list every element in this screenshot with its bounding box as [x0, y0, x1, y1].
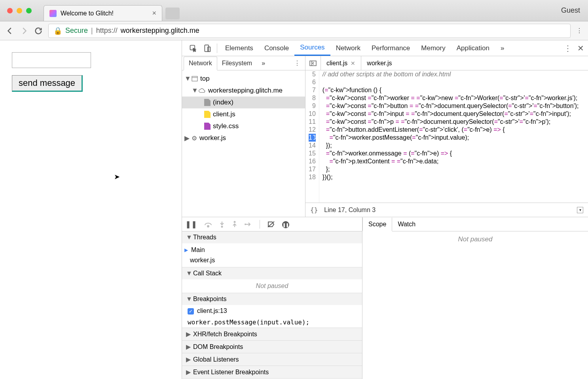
gear-icon: ⚙: [192, 135, 197, 142]
nav-tab-filesystem[interactable]: Filesystem: [217, 56, 257, 70]
file-tab-worker[interactable]: worker.js: [361, 56, 397, 70]
tree-file-index[interactable]: (index): [182, 97, 305, 108]
favicon-icon: [49, 10, 57, 17]
watch-tab[interactable]: Watch: [392, 217, 421, 231]
step-out-icon[interactable]: [232, 221, 237, 228]
svg-point-9: [234, 221, 236, 223]
dom-breakpoints-header[interactable]: ▶DOM Breakpoints: [182, 341, 362, 353]
breakpoint-code: worker.postMessage(input.value);: [182, 317, 362, 328]
tree-worker[interactable]: ▶⚙worker.js: [182, 132, 305, 144]
event-listener-breakpoints-header[interactable]: ▶Event Listener Breakpoints: [182, 366, 362, 378]
address-bar[interactable]: 🔒 Secure | https://workerstepping.glitch…: [48, 24, 571, 38]
send-message-button[interactable]: send message: [12, 75, 83, 92]
device-toggle-icon[interactable]: [200, 44, 214, 52]
nav-tab-more-icon[interactable]: »: [257, 56, 270, 70]
callstack-not-paused: Not paused: [182, 279, 362, 293]
sources-navigator: Network Filesystem » ⋮ ▼top ▼workerstepp…: [182, 56, 305, 217]
close-window-icon[interactable]: [7, 8, 13, 13]
close-tab-icon[interactable]: ×: [152, 9, 156, 17]
svg-point-8: [221, 226, 223, 227]
devtools-close-icon[interactable]: ✕: [577, 44, 584, 53]
tab-sources[interactable]: Sources: [294, 40, 330, 56]
editor-status: {} Line 17, Column 3 ▾: [305, 203, 588, 217]
tab-application[interactable]: Application: [451, 40, 495, 56]
global-listeners-header[interactable]: ▶Global Listeners: [182, 353, 362, 366]
tab-console[interactable]: Console: [259, 40, 294, 56]
step-icon[interactable]: [245, 222, 252, 227]
tab-performance[interactable]: Performance: [366, 40, 415, 56]
callstack-header[interactable]: ▼Call Stack: [182, 267, 362, 279]
reload-button[interactable]: [34, 27, 43, 35]
pause-on-exceptions-icon[interactable]: ❚❚: [282, 220, 289, 229]
svg-rect-1: [205, 45, 209, 51]
profile-guest[interactable]: Guest: [553, 6, 588, 15]
svg-line-11: [268, 222, 274, 227]
maximize-window-icon[interactable]: [26, 8, 32, 13]
toggle-navigator-icon[interactable]: [305, 56, 321, 70]
code-editor[interactable]: 56789101112131415161718 // add other scr…: [305, 70, 588, 203]
tree-top[interactable]: ▼top: [182, 73, 305, 85]
forward-button[interactable]: [20, 27, 28, 35]
tree-file-style[interactable]: style.css: [182, 120, 305, 132]
thread-main[interactable]: Main: [182, 245, 362, 255]
new-tab-button[interactable]: [165, 8, 180, 19]
tab-memory[interactable]: Memory: [415, 40, 451, 56]
js-file-icon: [204, 111, 211, 118]
svg-rect-3: [192, 76, 197, 81]
nav-tab-network[interactable]: Network: [184, 57, 217, 70]
cloud-icon: [199, 88, 206, 93]
breakpoints-header[interactable]: ▼Breakpoints: [182, 293, 362, 305]
secure-label: Secure: [65, 27, 88, 35]
step-into-icon[interactable]: [219, 221, 225, 228]
lock-icon: 🔒: [53, 27, 62, 35]
url-host: workerstepping.glitch.me: [121, 27, 199, 35]
minimize-window-icon[interactable]: [17, 8, 22, 13]
debug-panel: ❚❚ ❚❚ ▼Threads Main worker.js: [182, 217, 588, 379]
browser-tab[interactable]: Welcome to Glitch! ×: [44, 5, 162, 21]
cursor-icon: ➤: [114, 172, 120, 181]
tab-network[interactable]: Network: [330, 40, 366, 56]
format-icon[interactable]: {}: [310, 206, 318, 214]
sources-editor: client.js✕ worker.js 5678910111213141516…: [305, 56, 588, 217]
svg-point-10: [245, 224, 246, 225]
message-input[interactable]: [12, 52, 91, 68]
frame-icon: [192, 76, 198, 81]
thread-worker[interactable]: worker.js: [182, 255, 362, 265]
debug-controls: ❚❚ ❚❚: [182, 217, 362, 231]
scope-tab[interactable]: Scope: [362, 218, 392, 231]
cursor-position: Line 17, Column 3: [324, 207, 376, 214]
tab-elements[interactable]: Elements: [220, 40, 259, 56]
tab-title: Welcome to Glitch!: [61, 10, 114, 17]
svg-point-7: [207, 226, 209, 227]
css-file-icon: [204, 123, 211, 130]
nav-bar: 🔒 Secure | https://workerstepping.glitch…: [0, 21, 588, 40]
close-file-icon[interactable]: ✕: [351, 60, 355, 66]
step-over-icon[interactable]: [204, 221, 212, 227]
url-protocol: https://: [96, 27, 118, 35]
pause-icon[interactable]: ❚❚: [185, 220, 197, 229]
tree-file-client[interactable]: client.js: [182, 108, 305, 120]
scope-not-paused: Not paused: [362, 231, 588, 379]
threads-header[interactable]: ▼Threads: [182, 231, 362, 243]
xhr-breakpoints-header[interactable]: ▶XHR/fetch Breakpoints: [182, 328, 362, 340]
deactivate-breakpoints-icon[interactable]: [267, 221, 275, 228]
browser-chrome: Welcome to Glitch! × Guest: [0, 0, 588, 21]
file-tab-client[interactable]: client.js✕: [321, 56, 361, 70]
inspect-icon[interactable]: [186, 44, 200, 52]
breakpoint-item[interactable]: ✓client.js:13: [182, 305, 362, 317]
devtools-toolbar: Elements Console Sources Network Perform…: [182, 40, 588, 56]
page-content: send message ➤: [0, 40, 182, 379]
traffic-lights: [0, 8, 39, 13]
coverage-icon[interactable]: ▾: [577, 207, 583, 213]
devtools: Elements Console Sources Network Perform…: [182, 40, 588, 379]
tree-domain[interactable]: ▼workerstepping.glitch.me: [182, 85, 305, 97]
menu-icon[interactable]: ⋮: [576, 27, 582, 34]
breakpoint-checkbox[interactable]: ✓: [188, 308, 194, 315]
file-icon: [204, 99, 211, 106]
tab-more-icon[interactable]: »: [495, 40, 510, 56]
back-button[interactable]: [6, 27, 14, 35]
nav-menu-icon[interactable]: ⋮: [291, 59, 303, 67]
devtools-menu-icon[interactable]: ⋮: [564, 44, 572, 53]
